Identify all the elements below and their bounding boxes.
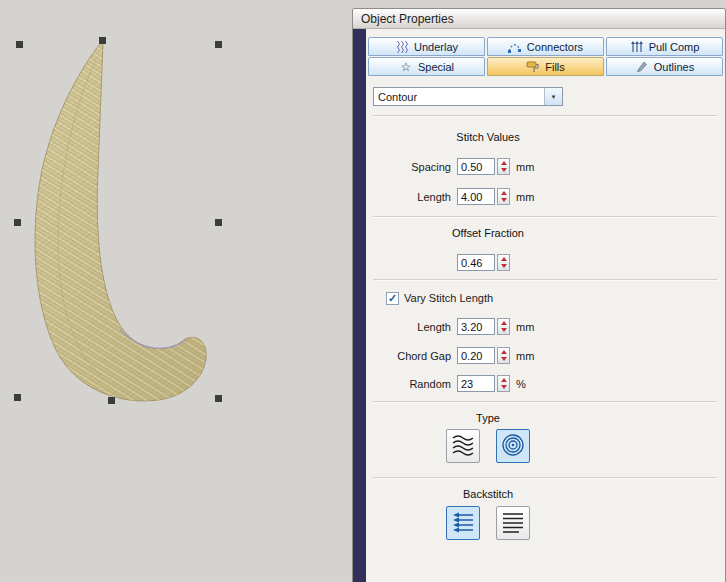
backstitch-lines-button[interactable]: [496, 506, 530, 540]
tab-pull-comp-label: Pull Comp: [649, 41, 700, 53]
length-row: Length mm: [373, 187, 534, 206]
backstitch-title: Backstitch: [353, 488, 623, 500]
stitch-arrows-icon: [451, 511, 475, 535]
offset-fraction-input[interactable]: [457, 254, 495, 271]
chord-gap-row: Chord Gap mm: [373, 346, 534, 365]
object-properties-dialog: Object Properties Underlay Connectors Pu…: [352, 8, 726, 582]
paint-roller-icon: [526, 60, 540, 73]
tab-pull-comp[interactable]: Pull Comp: [606, 37, 723, 56]
tab-outlines[interactable]: Outlines: [606, 57, 723, 76]
tab-connectors-label: Connectors: [527, 41, 583, 53]
pull-comp-icon: [630, 40, 644, 53]
concentric-circles-icon: [501, 434, 525, 458]
spacing-spinner[interactable]: [497, 158, 510, 175]
tab-outlines-label: Outlines: [654, 61, 694, 73]
underlay-icon: [395, 40, 409, 53]
dropdown-arrow-icon[interactable]: ▼: [544, 88, 562, 105]
random-spinner[interactable]: [497, 375, 510, 392]
tab-underlay[interactable]: Underlay: [368, 37, 485, 56]
tab-special[interactable]: ☆ Special: [368, 57, 485, 76]
tab-underlay-label: Underlay: [414, 41, 458, 53]
length-spinner[interactable]: [497, 188, 510, 205]
type-spiral-button[interactable]: [496, 429, 530, 463]
vary-stitch-length-checkbox[interactable]: ✓: [386, 292, 399, 305]
wavy-lines-icon: [451, 434, 475, 458]
selection-handle-bottom-right[interactable]: [215, 395, 222, 402]
offset-fraction-spinner[interactable]: [497, 254, 510, 271]
offset-fraction-row: [373, 253, 510, 272]
design-canvas[interactable]: [0, 0, 352, 582]
length-unit: mm: [516, 191, 534, 203]
selection-handle-bottom-left[interactable]: [14, 394, 21, 401]
random-input[interactable]: [457, 375, 495, 392]
chord-gap-unit: mm: [516, 350, 534, 362]
fill-type-value: Contour: [374, 88, 544, 105]
spinner-up-icon[interactable]: [498, 255, 509, 263]
dialog-title: Object Properties: [361, 12, 454, 26]
selection-handle-top-right[interactable]: [215, 41, 222, 48]
connectors-icon: [508, 40, 522, 53]
dialog-titlebar[interactable]: Object Properties: [353, 9, 725, 29]
spinner-up-icon[interactable]: [498, 189, 509, 197]
separator: [373, 401, 717, 403]
vary-length-spinner[interactable]: [497, 318, 510, 335]
spacing-row: Spacing mm: [373, 157, 534, 176]
type-standard-button[interactable]: [446, 429, 480, 463]
vary-length-unit: mm: [516, 321, 534, 333]
separator: [373, 216, 717, 218]
vary-length-input[interactable]: [457, 318, 495, 335]
random-label: Random: [373, 378, 451, 390]
selection-handle-top-left[interactable]: [16, 41, 23, 48]
length-label: Length: [373, 191, 451, 203]
chord-gap-spinner[interactable]: [497, 347, 510, 364]
tab-connectors[interactable]: Connectors: [487, 37, 604, 56]
selection-handle-top-center[interactable]: [99, 37, 106, 44]
chord-gap-input[interactable]: [457, 347, 495, 364]
random-row: Random %: [373, 374, 526, 393]
spinner-up-icon[interactable]: [498, 376, 509, 384]
spinner-up-icon[interactable]: [498, 319, 509, 327]
spinner-up-icon[interactable]: [498, 348, 509, 356]
vary-length-row: Length mm: [373, 317, 534, 336]
star-icon: ☆: [399, 60, 413, 73]
pen-icon: [635, 60, 649, 73]
separator: [373, 115, 717, 117]
stitch-lines-icon: [501, 511, 525, 535]
spinner-down-icon[interactable]: [498, 356, 509, 364]
tab-special-label: Special: [418, 61, 454, 73]
spinner-down-icon[interactable]: [498, 384, 509, 392]
spinner-down-icon[interactable]: [498, 263, 509, 271]
vary-stitch-length-label: Vary Stitch Length: [404, 292, 493, 304]
spacing-unit: mm: [516, 161, 534, 173]
tab-fills[interactable]: Fills: [487, 57, 604, 76]
spacing-input[interactable]: [457, 158, 495, 175]
length-input[interactable]: [457, 188, 495, 205]
selection-handle-bottom-center[interactable]: [108, 397, 115, 404]
backstitch-buttons: [353, 506, 623, 540]
spacing-label: Spacing: [373, 161, 451, 173]
type-title: Type: [353, 412, 623, 424]
selection-handle-mid-left[interactable]: [14, 219, 21, 226]
spinner-down-icon[interactable]: [498, 197, 509, 205]
spinner-up-icon[interactable]: [498, 159, 509, 167]
offset-fraction-title: Offset Fraction: [353, 227, 623, 239]
separator: [373, 279, 717, 281]
vary-stitch-length-row: ✓ Vary Stitch Length: [386, 291, 493, 305]
spinner-down-icon[interactable]: [498, 327, 509, 335]
type-buttons: [353, 429, 623, 463]
spinner-down-icon[interactable]: [498, 167, 509, 175]
chord-gap-label: Chord Gap: [373, 350, 451, 362]
random-unit: %: [516, 378, 526, 390]
selection-handle-mid-right[interactable]: [215, 219, 222, 226]
fill-type-dropdown[interactable]: Contour ▼: [373, 87, 563, 106]
separator: [373, 477, 717, 479]
backstitch-arrows-button[interactable]: [446, 506, 480, 540]
vary-length-label: Length: [373, 321, 451, 333]
tab-fills-label: Fills: [545, 61, 565, 73]
stitch-values-title: Stitch Values: [353, 131, 623, 143]
embroidery-object[interactable]: [0, 0, 352, 430]
